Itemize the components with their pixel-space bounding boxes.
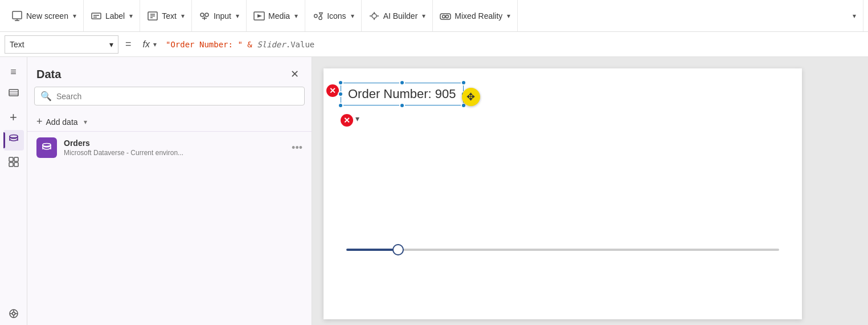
label-button[interactable]: Label ▾ [84, 0, 140, 31]
svg-point-31 [10, 135, 18, 137]
canvas-text-element[interactable]: Order Number: 905 ✥ [341, 83, 464, 105]
error-icon-1[interactable]: ✕ [326, 84, 339, 97]
formula-property-part: Slider [257, 40, 286, 49]
data-panel-header: Data ✕ [27, 57, 312, 87]
ai-builder-chevron: ▾ [422, 12, 425, 20]
search-icon: 🔍 [40, 91, 52, 101]
svg-rect-35 [14, 157, 18, 161]
handle-bl[interactable] [338, 103, 343, 108]
sidebar-tools-button[interactable] [3, 304, 24, 325]
input-chevron: ▾ [236, 12, 239, 20]
text-button[interactable]: Text ▾ [140, 0, 192, 31]
add-data-chevron-icon: ▾ [84, 118, 87, 126]
sidebar-components-button[interactable] [3, 153, 24, 173]
icons-chevron: ▾ [351, 12, 354, 20]
svg-point-44 [43, 144, 51, 147]
input-button[interactable]: Input ▾ [192, 0, 247, 31]
media-label: Media [268, 11, 290, 21]
fx-chevron-icon: ▾ [153, 40, 157, 48]
text-icon [147, 10, 158, 22]
svg-point-16 [314, 14, 317, 17]
move-cursor-icon: ✥ [462, 88, 480, 106]
icons-label: Icons [327, 11, 346, 21]
svg-point-26 [446, 15, 449, 18]
mixed-reality-chevron: ▾ [507, 12, 510, 20]
ai-builder-label: AI Builder [383, 11, 418, 21]
main-area: ≡ + [0, 57, 868, 325]
mixed-reality-button[interactable]: Mixed Reality ▾ [433, 0, 518, 31]
sidebar-icons: ≡ + [0, 57, 27, 325]
media-chevron: ▾ [294, 12, 298, 20]
data-source-orders-more-button[interactable]: ••• [292, 142, 302, 154]
data-source-orders-name: Orders [64, 139, 285, 148]
svg-marker-15 [257, 14, 262, 18]
handle-tl[interactable] [338, 80, 343, 86]
text-chevron: ▾ [181, 12, 185, 20]
handle-tr[interactable] [461, 80, 466, 86]
search-input[interactable] [56, 92, 298, 101]
input-label: Input [214, 11, 231, 21]
property-name: Text [10, 40, 24, 49]
new-screen-chevron: ▾ [73, 12, 76, 20]
data-source-orders-info: Orders Microsoft Dataverse - Current env… [64, 139, 285, 157]
media-button[interactable]: Media ▾ [247, 0, 305, 31]
icons-icon [312, 10, 324, 22]
formula-bar: Text ▾ = fx ▾ "Order Number: " & Slider.… [0, 32, 868, 57]
new-screen-label: New screen [26, 11, 68, 21]
sidebar-layers-button[interactable] [3, 84, 24, 105]
data-source-orders[interactable]: Orders Microsoft Dataverse - Current env… [27, 131, 312, 164]
more-button[interactable]: ▾ [845, 0, 863, 31]
new-screen-button[interactable]: New screen ▾ [5, 0, 84, 31]
svg-rect-28 [9, 90, 18, 96]
data-panel-close-button[interactable]: ✕ [286, 66, 302, 82]
error-icon-2[interactable]: ✕ [341, 114, 353, 127]
svg-rect-37 [14, 162, 18, 166]
slider-track[interactable] [346, 249, 779, 251]
mixed-reality-label: Mixed Reality [455, 11, 502, 21]
icons-button[interactable]: Icons ▾ [305, 0, 361, 31]
handle-tm[interactable] [399, 80, 405, 86]
input-icon [199, 10, 210, 22]
svg-rect-36 [9, 162, 13, 166]
svg-rect-3 [92, 13, 101, 19]
svg-marker-17 [320, 13, 322, 15]
data-panel-title: Data [36, 68, 61, 81]
svg-point-39 [12, 312, 15, 315]
canvas-area[interactable]: ✕ ✕ ▾ Order Number: 905 ✥ [312, 57, 868, 325]
new-screen-icon [11, 10, 23, 22]
media-icon [253, 10, 265, 22]
ai-builder-button[interactable]: AI Builder ▾ [362, 0, 433, 31]
hamburger-icon: ≡ [10, 66, 17, 78]
svg-point-10 [200, 13, 204, 17]
add-data-button[interactable]: + Add data ▾ [27, 112, 312, 131]
plus-icon: + [10, 110, 17, 125]
canvas-text-content: Order Number: 905 [348, 87, 456, 101]
handle-ml[interactable] [338, 91, 343, 97]
ai-builder-icon [369, 10, 380, 22]
sidebar-add-button[interactable]: + [3, 107, 24, 128]
tools-icon [8, 308, 19, 322]
svg-rect-0 [13, 11, 22, 19]
main-toolbar: New screen ▾ Label ▾ Text ▾ [0, 0, 868, 32]
canvas[interactable]: ✕ ✕ ▾ Order Number: 905 ✥ [324, 68, 802, 319]
slider-thumb[interactable] [392, 244, 404, 255]
label-icon [91, 10, 102, 22]
svg-point-25 [443, 15, 445, 18]
database-icon [8, 133, 19, 148]
property-chevron-icon: ▾ [109, 40, 113, 49]
svg-point-18 [319, 16, 322, 19]
formula-expression[interactable]: "Order Number: " & Slider.Value [161, 40, 863, 49]
handle-bm[interactable] [399, 103, 405, 108]
layers-icon [8, 88, 19, 102]
canvas-slider[interactable] [346, 249, 779, 251]
search-bar[interactable]: 🔍 [34, 87, 305, 105]
sidebar-menu-button[interactable]: ≡ [3, 62, 24, 82]
element-chevron-icon[interactable]: ▾ [355, 114, 359, 123]
property-selector[interactable]: Text ▾ [5, 35, 118, 54]
fx-button[interactable]: fx ▾ [138, 39, 161, 50]
data-source-orders-desc: Microsoft Dataverse - Current environ... [64, 149, 285, 157]
fx-label: fx [143, 39, 150, 50]
sidebar-data-button[interactable] [3, 130, 24, 151]
svg-point-11 [205, 13, 208, 17]
mixed-reality-icon [440, 10, 451, 22]
